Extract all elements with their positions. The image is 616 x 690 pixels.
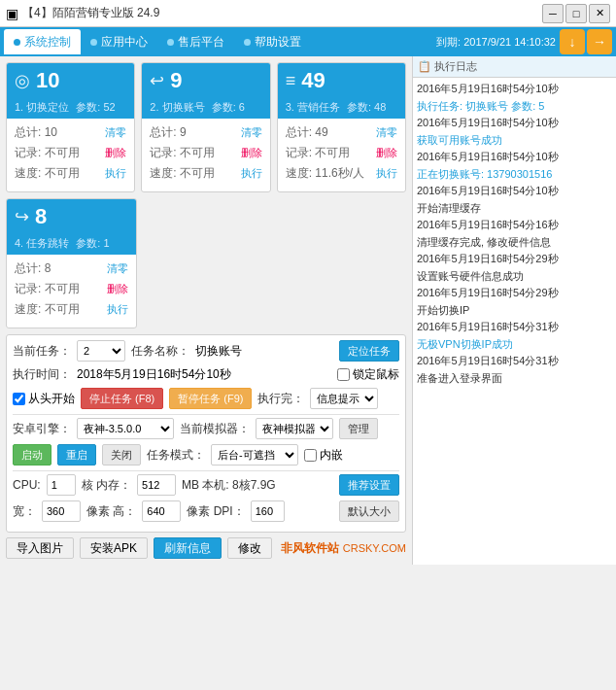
width-label: 宽： <box>13 503 36 520</box>
stop-task-btn[interactable]: 停止任务 (F8) <box>81 388 163 409</box>
tab-label: 系统控制 <box>24 34 71 51</box>
task-card-4-header: ↪ 8 <box>7 199 136 234</box>
tab-help-settings[interactable]: 帮助设置 <box>234 29 311 54</box>
task-icon-3: ≡ <box>286 71 296 91</box>
speed-label: 速度: 不可用 <box>15 301 80 318</box>
arrow-right-btn[interactable]: → <box>587 29 612 54</box>
speed-label: 速度: 11.6秒/人 <box>286 165 364 182</box>
refresh-btn[interactable]: 刷新信息 <box>154 537 222 559</box>
minimize-button[interactable]: ─ <box>542 4 564 23</box>
log-line: 2016年5月19日16时54分10秒 <box>417 149 612 165</box>
clear-action[interactable]: 清零 <box>105 125 126 140</box>
exec-complete-select[interactable]: 信息提示 <box>310 388 378 409</box>
current-task-select[interactable]: 2 <box>77 340 125 362</box>
bottom-bar: 导入图片 安装APK 刷新信息 修改 非风软件站 CRSKY.COM <box>6 537 406 559</box>
task-cards-row2: ↪ 8 4. 任务跳转 参数: 1 总计: 8 清零 记录: 不可用 删除 <box>6 198 406 328</box>
record-label: 记录: 不可用 <box>286 145 351 161</box>
log-panel: 📋 执行日志 2016年5月19日16时54分10秒 执行任务: 切换账号 参数… <box>412 56 616 565</box>
clear-action[interactable]: 清零 <box>107 261 128 276</box>
clear-action[interactable]: 清零 <box>241 125 262 140</box>
task-row: 速度: 11.6秒/人 执行 <box>286 165 397 182</box>
tab-label: 应用中心 <box>101 34 148 51</box>
start-btn[interactable]: 启动 <box>13 444 51 466</box>
close-button[interactable]: ✕ <box>589 4 610 23</box>
task-card-3: ≡ 49 3. 营销任务 参数: 48 总计: 49 清零 记录: 不可用 删除 <box>277 62 406 192</box>
total-label: 总计: 9 <box>150 124 186 141</box>
total-label: 总计: 49 <box>286 124 328 141</box>
window-controls: ─ □ ✕ <box>542 4 610 23</box>
delete-action[interactable]: 删除 <box>107 282 128 296</box>
task-params-1: 参数: 52 <box>76 101 115 113</box>
tab-system-control[interactable]: 系统控制 <box>4 29 81 54</box>
task-card-1-body: 总计: 10 清零 记录: 不可用 删除 速度: 不可用 执行 <box>7 119 134 191</box>
delete-action[interactable]: 删除 <box>376 146 397 160</box>
record-label: 记录: 不可用 <box>15 145 80 161</box>
mem-unit-label: MB 本机: 8核7.9G <box>182 477 276 494</box>
mem-input[interactable] <box>137 474 176 496</box>
pixel-label: 像素 高： <box>86 503 136 520</box>
log-line: 正在切换账号: 13790301516 <box>417 166 612 183</box>
install-apk-btn[interactable]: 安装APK <box>80 537 148 559</box>
android-select[interactable]: 夜神-3.5.0.0 <box>77 418 174 439</box>
tab-label: 帮助设置 <box>255 34 301 51</box>
exec-action[interactable]: 执行 <box>376 166 397 181</box>
task-row: 总计: 9 清零 <box>150 124 261 141</box>
watermark-logo: 非风软件站 <box>281 540 339 557</box>
task-name-label: 任务名称： <box>131 343 189 360</box>
log-line: 设置账号硬件信息成功 <box>417 268 612 285</box>
pause-task-btn[interactable]: 暂停任务 (F9) <box>169 388 252 409</box>
lock-mouse-input[interactable] <box>337 368 350 381</box>
lock-mouse-label: 锁定鼠标 <box>353 366 399 383</box>
nav-arrows: ↓ → <box>560 29 612 54</box>
height-input[interactable] <box>142 500 181 522</box>
task-number-3: 49 <box>301 68 325 93</box>
speed-label: 速度: 不可用 <box>150 165 215 182</box>
ctrl-row-screen: 宽： 像素 高： 像素 DPI： 默认大小 <box>13 500 399 522</box>
task-icon-1: ◎ <box>15 70 30 91</box>
restart-btn[interactable]: 重启 <box>57 444 96 466</box>
width-input[interactable] <box>42 500 81 522</box>
emulator-select[interactable]: 夜神模拟器 <box>256 418 333 439</box>
tab-app-center[interactable]: 应用中心 <box>81 29 157 54</box>
modify-btn[interactable]: 修改 <box>227 537 272 559</box>
log-line: 无极VPN切换IP成功 <box>417 336 612 353</box>
from-start-input[interactable] <box>13 393 25 405</box>
log-header: 📋 执行日志 <box>413 56 616 78</box>
default-size-btn[interactable]: 默认大小 <box>339 500 399 522</box>
task-mode-select[interactable]: 后台-可遮挡 <box>211 444 298 466</box>
exec-action[interactable]: 执行 <box>107 302 128 317</box>
delete-action[interactable]: 删除 <box>241 146 262 160</box>
from-start-check[interactable]: 从头开始 <box>13 391 75 407</box>
exec-time-value: 2018年5月19日16时54分10秒 <box>77 366 231 383</box>
arrow-down-btn[interactable]: ↓ <box>560 29 585 54</box>
task-card-3-header: ≡ 49 <box>278 63 405 98</box>
close-btn[interactable]: 关闭 <box>102 444 141 466</box>
lock-mouse-check[interactable]: 锁定鼠标 <box>337 366 399 383</box>
exec-action[interactable]: 执行 <box>105 166 126 181</box>
recommend-btn[interactable]: 推荐设置 <box>339 474 399 496</box>
task-icon-4: ↪ <box>15 206 29 227</box>
cpu-input[interactable] <box>47 474 76 496</box>
locate-task-btn[interactable]: 定位任务 <box>339 340 399 362</box>
log-line: 2016年5月19日16时54分10秒 <box>417 183 612 199</box>
tab-after-sales[interactable]: 售后平台 <box>157 29 234 54</box>
log-line: 2016年5月19日16时54分10秒 <box>417 115 612 131</box>
manage-btn[interactable]: 管理 <box>339 418 378 439</box>
task-row: 总计: 10 清零 <box>15 124 126 141</box>
task-row: 总计: 49 清零 <box>286 124 397 141</box>
task-cards-row1: ◎ 10 1. 切换定位 参数: 52 总计: 10 清零 记录: 不可用 删除 <box>6 62 406 192</box>
import-image-btn[interactable]: 导入图片 <box>6 537 74 559</box>
exec-action[interactable]: 执行 <box>241 166 262 181</box>
log-line: 2016年5月19日16时54分29秒 <box>417 285 612 301</box>
dpi-input[interactable] <box>251 500 285 522</box>
height-unit-label: 像素 DPI： <box>187 503 244 520</box>
task-seq-4: 4. 任务跳转 <box>15 237 69 249</box>
builtin-check[interactable]: 内嵌 <box>304 447 343 464</box>
delete-action[interactable]: 删除 <box>105 146 126 160</box>
clear-action[interactable]: 清零 <box>376 125 397 140</box>
builtin-input[interactable] <box>304 449 317 462</box>
exec-time-label: 执行时间： <box>13 366 71 383</box>
total-label: 总计: 10 <box>15 124 57 141</box>
maximize-button[interactable]: □ <box>565 4 587 23</box>
log-line: 开始清理缓存 <box>417 200 612 217</box>
